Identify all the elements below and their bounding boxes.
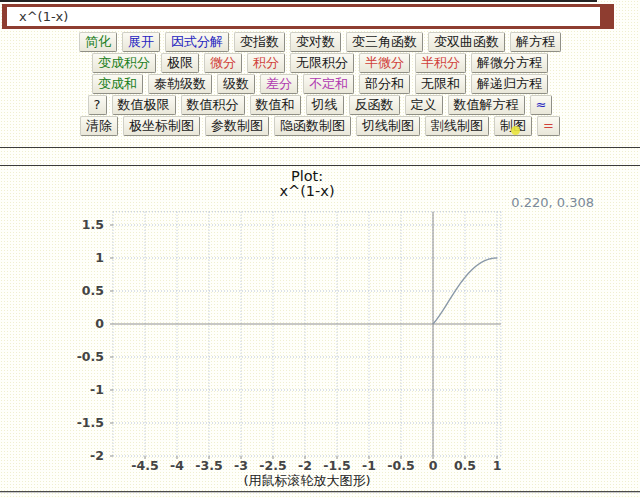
differentiate-button[interactable]: 微分 (204, 53, 242, 73)
simplify-button[interactable]: 简化 (79, 32, 117, 52)
y-tick-label: 0 (95, 316, 104, 331)
taylor-series-button[interactable]: 泰勒级数 (148, 74, 212, 94)
tangent-button[interactable]: 切线 (306, 95, 344, 115)
numeric-sum-button[interactable]: 数值和 (250, 95, 301, 115)
numeric-limit-button[interactable]: 数值极限 (112, 95, 176, 115)
x-tick-label: -4 (170, 458, 184, 473)
x-tick-label: -3.5 (195, 458, 222, 473)
toolbar: 简化展开因式分解变指数变对数变三角函数变双曲函数解方程变成积分极限微分积分无限积… (0, 32, 640, 137)
definition-button[interactable]: 定义 (405, 95, 443, 115)
convert-hyperbolic-button[interactable]: 变双曲函数 (428, 32, 505, 52)
indefinite-sum-button[interactable]: 不定和 (303, 74, 354, 94)
secant-plot-button[interactable]: 割线制图 (425, 116, 489, 136)
integrate-button[interactable]: 积分 (247, 53, 285, 73)
x-tick-label: 0 (429, 458, 438, 473)
plot-canvas[interactable] (113, 212, 501, 456)
parametric-plot-button[interactable]: 参数制图 (205, 116, 269, 136)
bottom-divider (0, 491, 640, 493)
expression-input[interactable] (2, 4, 614, 29)
expand-button[interactable]: 展开 (122, 32, 160, 52)
semi-differentiate-button[interactable]: 半微分 (359, 53, 410, 73)
convert-trig-button[interactable]: 变三角函数 (346, 32, 423, 52)
help-button[interactable]: ? (88, 95, 107, 115)
toolbar-row: 变成积分极限微分积分无限积分半微分半积分解微分方程 (0, 53, 640, 73)
y-tick-label: 1.5 (82, 217, 104, 232)
y-tick-label: 0.5 (82, 283, 104, 298)
clear-button[interactable]: 清除 (80, 116, 118, 136)
y-tick-label: -0.5 (77, 349, 104, 364)
separator-upper (0, 147, 640, 148)
x-tick-label: -0.5 (387, 458, 414, 473)
plot-title-line1: Plot: (0, 169, 614, 184)
tangent-plot-button[interactable]: 切线制图 (356, 116, 420, 136)
app-page: 简化展开因式分解变指数变对数变三角函数变双曲函数解方程变成积分极限微分积分无限积… (0, 0, 640, 498)
y-tick-label: -1.5 (77, 415, 104, 430)
toolbar-row: 变成和泰勒级数级数差分不定和部分和无限和解递归方程 (0, 74, 640, 94)
convert-to-sum-button[interactable]: 变成和 (92, 74, 143, 94)
x-tick-label: -1 (362, 458, 376, 473)
approximate-button[interactable]: ≈ (530, 95, 553, 115)
plot-caption: (用鼠标滚轮放大图形) (0, 472, 614, 490)
y-tick-label: 1 (95, 250, 104, 265)
implicit-plot-button[interactable]: 隐函数制图 (274, 116, 351, 136)
series-button[interactable]: 级数 (217, 74, 255, 94)
limit-button[interactable]: 极限 (161, 53, 199, 73)
equals-button[interactable]: = (537, 116, 560, 136)
toolbar-row: 简化展开因式分解变指数变对数变三角函数变双曲函数解方程 (0, 32, 640, 52)
cursor-highlight (511, 126, 520, 135)
x-tick-label: -1.5 (323, 458, 350, 473)
separator-lower (0, 165, 640, 166)
x-tick-label: 0.5 (454, 458, 476, 473)
solve-equation-button[interactable]: 解方程 (510, 32, 561, 52)
inverse-function-button[interactable]: 反函数 (349, 95, 400, 115)
x-tick-label: -3 (234, 458, 248, 473)
convert-to-integral-button[interactable]: 变成积分 (92, 53, 156, 73)
solve-differential-equation-button[interactable]: 解微分方程 (471, 53, 548, 73)
x-tick-label: -2.5 (259, 458, 286, 473)
infinite-sum-button[interactable]: 无限和 (415, 74, 466, 94)
x-tick-label: 1 (493, 458, 502, 473)
toolbar-row: 清除极坐标制图参数制图隐函数制图切线制图割线制图制图= (0, 116, 640, 136)
convert-exponent-button[interactable]: 变指数 (234, 32, 285, 52)
difference-button[interactable]: 差分 (260, 74, 298, 94)
polar-plot-button[interactable]: 极坐标制图 (123, 116, 200, 136)
cursor-coordinates: 0.220, 0.308 (511, 195, 594, 210)
partial-sum-button[interactable]: 部分和 (359, 74, 410, 94)
y-tick-label: -2 (90, 448, 104, 463)
x-tick-label: -4.5 (131, 458, 158, 473)
infinite-integral-button[interactable]: 无限积分 (290, 53, 354, 73)
convert-logarithm-button[interactable]: 变对数 (290, 32, 341, 52)
factorize-button[interactable]: 因式分解 (165, 32, 229, 52)
toolbar-row: ?数值极限数值积分数值和切线反函数定义数值解方程≈ (0, 95, 640, 115)
semi-integrate-button[interactable]: 半积分 (415, 53, 466, 73)
numeric-solve-equation-button[interactable]: 数值解方程 (448, 95, 525, 115)
top-divider (0, 0, 597, 2)
y-tick-label: -1 (90, 382, 104, 397)
plot-button[interactable]: 制图 (494, 116, 532, 136)
solve-recurrence-button[interactable]: 解递归方程 (471, 74, 548, 94)
numeric-integral-button[interactable]: 数值积分 (181, 95, 245, 115)
x-tick-label: -2 (298, 458, 312, 473)
